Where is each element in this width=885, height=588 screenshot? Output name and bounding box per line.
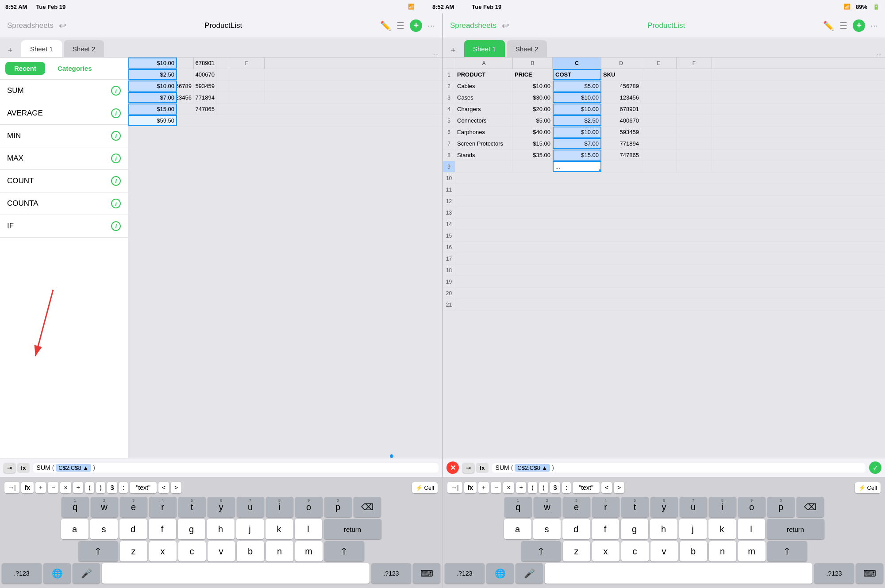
right-cell-6f[interactable]: [677, 127, 712, 138]
right-more-icon[interactable]: ···: [870, 20, 878, 31]
left-sheet2-tab[interactable]: Sheet 2: [64, 40, 104, 57]
right-kb-multiply[interactable]: ×: [503, 482, 514, 493]
right-kb-openparen[interactable]: (: [528, 482, 537, 493]
right-cell-7d[interactable]: 771894: [601, 138, 641, 149]
left-key-space[interactable]: [102, 563, 369, 584]
right-cell-2d[interactable]: 456789: [601, 81, 641, 92]
left-fx-key[interactable]: fx: [17, 463, 30, 473]
right-cell-4d[interactable]: 678901: [601, 104, 641, 115]
left-key-h[interactable]: h: [207, 519, 235, 539]
recent-tab[interactable]: Recent: [5, 62, 45, 75]
right-add-icon[interactable]: +: [853, 19, 865, 32]
func-sum-info[interactable]: i: [111, 86, 121, 96]
right-cell-5b[interactable]: $5.00: [513, 115, 553, 126]
right-cell-9f[interactable]: [677, 161, 712, 172]
right-key-g[interactable]: g: [621, 519, 648, 539]
right-cell-2f[interactable]: [677, 81, 712, 92]
right-kb-text[interactable]: "text": [573, 482, 600, 493]
right-kb-plus[interactable]: +: [478, 482, 489, 493]
func-min[interactable]: MIN i: [0, 125, 128, 147]
right-cell-2b[interactable]: $10.00: [513, 81, 553, 92]
right-cell-9d[interactable]: [601, 161, 641, 172]
right-cell-1a[interactable]: PRODUCT: [455, 69, 513, 80]
func-if-info[interactable]: i: [111, 221, 121, 231]
right-key-z[interactable]: z: [563, 541, 590, 561]
right-cell-2c[interactable]: $5.00: [553, 81, 601, 92]
right-key-h[interactable]: h: [650, 519, 677, 539]
right-cell-9c[interactable]: ...: [553, 161, 601, 172]
left-key-2[interactable]: 2w: [91, 497, 118, 517]
right-cell-3a[interactable]: Cases: [455, 92, 513, 103]
right-cell-5c[interactable]: $2.50: [553, 115, 601, 126]
left-format-icon[interactable]: ☰: [396, 20, 404, 31]
right-key-t[interactable]: 5t: [621, 497, 649, 517]
right-cell-5d[interactable]: 400670: [601, 115, 641, 126]
right-key-i[interactable]: 8i: [709, 497, 736, 517]
right-key-q[interactable]: 1q: [504, 497, 532, 517]
left-key-hide[interactable]: ⌨: [413, 563, 440, 584]
left-key-0[interactable]: 0p: [324, 497, 352, 517]
right-cell-1c[interactable]: COST: [553, 69, 601, 80]
left-cell-8c[interactable]: $15.00: [128, 104, 177, 115]
left-more-icon[interactable]: ···: [427, 20, 435, 31]
left-key-a[interactable]: a: [61, 519, 88, 539]
left-cell-4d[interactable]: 678901: [177, 58, 217, 69]
right-cell-8d[interactable]: 747865: [601, 150, 641, 161]
func-sum[interactable]: SUM i: [0, 80, 128, 102]
right-cell-8e[interactable]: [641, 150, 677, 161]
left-cell-8d[interactable]: 747865: [177, 104, 217, 115]
right-cell-1e[interactable]: [641, 69, 677, 80]
right-cell-7b[interactable]: $15.00: [513, 138, 553, 149]
right-key-d[interactable]: d: [562, 519, 590, 539]
right-formula-input-area[interactable]: SUM ( C$2:C$8 ▲ ): [492, 463, 866, 473]
left-kb-multiply[interactable]: ×: [60, 482, 71, 493]
right-key-shift[interactable]: ⇧: [521, 541, 561, 561]
left-spreadsheets-link[interactable]: Spreadsheets: [7, 21, 54, 30]
left-key-l[interactable]: l: [295, 519, 322, 539]
left-key-7[interactable]: 7u: [237, 497, 264, 517]
left-key-v[interactable]: v: [208, 541, 235, 561]
right-kb-tab[interactable]: →|: [447, 482, 462, 493]
left-kb-colon[interactable]: :: [119, 482, 128, 493]
right-key-space[interactable]: [545, 563, 812, 584]
right-cell-1d[interactable]: SKU: [601, 69, 641, 80]
right-cell-6d[interactable]: 593459: [601, 127, 641, 138]
right-cell-7c[interactable]: $7.00: [553, 138, 601, 149]
func-if[interactable]: IF i: [0, 215, 128, 238]
left-key-n[interactable]: n: [266, 541, 293, 561]
right-kb-dollar[interactable]: $: [550, 482, 561, 493]
right-undo-btn[interactable]: ↩: [502, 20, 509, 31]
func-counta[interactable]: COUNTA i: [0, 192, 128, 215]
func-count-info[interactable]: i: [111, 176, 121, 186]
left-key-num[interactable]: .?123: [2, 563, 42, 584]
left-kb-lt[interactable]: <: [158, 482, 169, 493]
right-key-k[interactable]: k: [708, 519, 736, 539]
left-formula-input-area[interactable]: SUM ( C$2:C$8 ▲ ): [33, 463, 439, 473]
left-key-del[interactable]: ⌫: [354, 497, 381, 517]
right-key-p[interactable]: 0p: [767, 497, 795, 517]
left-cell-5d[interactable]: 400670: [177, 69, 217, 80]
left-cell-7c[interactable]: $7.00: [128, 92, 177, 103]
left-cell-5c[interactable]: $2.50: [128, 69, 177, 80]
right-cell-3d[interactable]: 123456: [601, 92, 641, 103]
right-key-w[interactable]: 2w: [534, 497, 561, 517]
left-kb-cell[interactable]: ⚡ Cell: [412, 482, 438, 493]
right-cell-9b[interactable]: [513, 161, 553, 172]
right-cell-3e[interactable]: [641, 92, 677, 103]
right-cell-3b[interactable]: $30.00: [513, 92, 553, 103]
right-cell-3c[interactable]: $10.00: [553, 92, 601, 103]
left-kb-plus[interactable]: +: [35, 482, 46, 493]
left-key-b[interactable]: b: [237, 541, 264, 561]
left-key-k[interactable]: k: [266, 519, 293, 539]
right-cell-7f[interactable]: [677, 138, 712, 149]
left-key-f[interactable]: f: [149, 519, 176, 539]
left-tab-key[interactable]: ⇥: [4, 463, 15, 473]
right-key-num-r[interactable]: .?123: [814, 563, 854, 584]
right-key-del[interactable]: ⌫: [796, 497, 824, 517]
left-cell-6d[interactable]: 593459: [177, 81, 217, 92]
left-key-c[interactable]: c: [178, 541, 206, 561]
func-min-info[interactable]: i: [111, 131, 121, 141]
right-cell-8c[interactable]: $15.00: [553, 150, 601, 161]
right-fx-key[interactable]: fx: [476, 463, 489, 473]
left-key-5[interactable]: 5t: [178, 497, 206, 517]
